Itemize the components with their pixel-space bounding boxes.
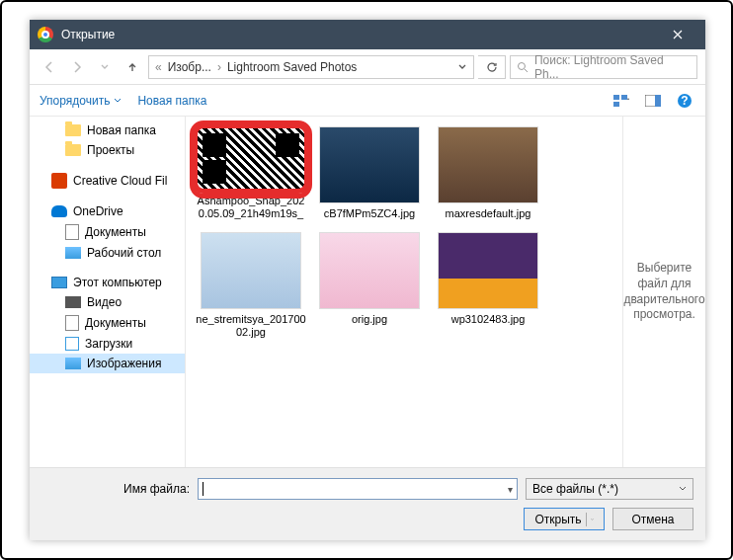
- tree-item-10[interactable]: Изображения: [30, 354, 185, 373]
- forward-button[interactable]: [65, 55, 89, 79]
- tree-item-label: Документы: [85, 316, 146, 330]
- tree-item-label: Creative Cloud Fil: [73, 174, 167, 188]
- search-icon: [517, 61, 529, 73]
- file-name: ne_stremitsya_20170002.jpg: [196, 313, 306, 339]
- tree-item-8[interactable]: Документы: [30, 312, 185, 334]
- refresh-button[interactable]: [478, 55, 506, 79]
- file-item[interactable]: wp3102483.jpg: [433, 232, 543, 339]
- svg-rect-1: [613, 95, 619, 100]
- file-item[interactable]: orig.jpg: [314, 232, 425, 339]
- filename-label: Имя файла:: [41, 482, 190, 496]
- breadcrumb-1[interactable]: Изобр...: [168, 60, 211, 74]
- crumb-root-icon: «: [155, 60, 162, 74]
- search-input[interactable]: Поиск: Lightroom Saved Ph...: [510, 55, 697, 79]
- chevron-down-icon: [100, 62, 110, 72]
- arrow-up-icon: [125, 60, 139, 74]
- chevron-down-icon: [114, 97, 122, 105]
- preview-pane-icon: [645, 95, 661, 107]
- breadcrumb-2[interactable]: Lightroom Saved Photos: [227, 60, 357, 74]
- organize-menu[interactable]: Упорядочить: [40, 94, 122, 108]
- file-thumbnail: [438, 232, 538, 309]
- refresh-icon: [486, 61, 498, 73]
- new-folder-button[interactable]: Новая папка: [137, 94, 206, 108]
- dialog-footer: Имя файла: Все файлы (*.*) Открыть Отмен…: [30, 467, 705, 540]
- chevron-down-icon: [586, 513, 594, 526]
- back-button[interactable]: [38, 55, 61, 79]
- help-button[interactable]: ?: [674, 92, 695, 110]
- folder-icon: [65, 124, 81, 136]
- tree-item-label: Изображения: [87, 357, 161, 370]
- file-thumbnail: [438, 126, 538, 203]
- content-area: Ashampoo_Snap_2020.05.09_21h49m19s_023_.…: [186, 117, 705, 467]
- file-item[interactable]: maxresdefault.jpg: [433, 126, 543, 220]
- up-button[interactable]: [121, 55, 144, 79]
- folder-icon: [65, 144, 81, 156]
- file-name: Ashampoo_Snap_2020.05.09_21h49m19s_023_.…: [196, 195, 306, 221]
- grid-icon: [612, 94, 630, 108]
- titlebar: Открытие: [30, 20, 705, 49]
- dl-icon: [65, 337, 79, 351]
- chevron-down-icon: [679, 485, 687, 493]
- open-file-dialog: Открытие « Изобр... › Lightroom Saved Ph…: [30, 20, 705, 540]
- tree-item-7[interactable]: Видео: [30, 292, 185, 312]
- help-icon: ?: [677, 93, 692, 109]
- tree-item-label: Документы: [85, 225, 146, 239]
- address-dropdown[interactable]: [457, 62, 467, 72]
- chevron-down-icon: [457, 62, 467, 72]
- tree-item-3[interactable]: OneDrive: [30, 201, 185, 221]
- recent-dropdown[interactable]: [93, 55, 117, 79]
- preview-pane: Выберите файл для дварительного просмотр…: [622, 117, 705, 467]
- chevron-right-icon: ›: [217, 60, 221, 74]
- svg-rect-3: [613, 102, 619, 107]
- view-mode-button[interactable]: [611, 92, 632, 110]
- tree-item-label: Проекты: [87, 143, 134, 157]
- filename-input[interactable]: [198, 478, 518, 500]
- file-name: maxresdefault.jpg: [446, 207, 531, 220]
- chrome-icon: [38, 27, 53, 42]
- file-name: cB7fMPm5ZC4.jpg: [324, 207, 415, 220]
- file-item[interactable]: cB7fMPm5ZC4.jpg: [314, 126, 425, 220]
- cc-icon: [51, 173, 67, 189]
- doc-icon: [65, 315, 79, 331]
- tree-item-label: Рабочий стол: [87, 246, 161, 260]
- address-bar[interactable]: « Изобр... › Lightroom Saved Photos: [148, 55, 474, 79]
- tree-item-label: Загрузки: [85, 337, 132, 351]
- tree-item-5[interactable]: Рабочий стол: [30, 243, 185, 263]
- search-placeholder: Поиск: Lightroom Saved Ph...: [534, 53, 691, 81]
- file-thumbnail: [319, 232, 420, 309]
- tree-item-label: OneDrive: [73, 204, 123, 218]
- file-grid[interactable]: Ashampoo_Snap_2020.05.09_21h49m19s_023_.…: [186, 117, 622, 467]
- svg-rect-5: [655, 95, 661, 107]
- arrow-right-icon: [70, 60, 84, 74]
- tree-item-2[interactable]: Creative Cloud Fil: [30, 170, 185, 192]
- file-item[interactable]: Ashampoo_Snap_2020.05.09_21h49m19s_023_.…: [196, 126, 306, 220]
- file-type-filter[interactable]: Все файлы (*.*): [526, 478, 693, 500]
- tree-item-label: Этот компьютер: [73, 276, 162, 289]
- file-item[interactable]: ne_stremitsya_20170002.jpg: [196, 232, 306, 339]
- text-cursor: [203, 482, 204, 496]
- preview-pane-button[interactable]: [642, 92, 664, 110]
- tree-item-4[interactable]: Документы: [30, 221, 185, 243]
- close-button[interactable]: [658, 20, 697, 49]
- file-thumbnail: [196, 126, 306, 191]
- svg-point-0: [518, 62, 525, 69]
- file-thumbnail: [319, 126, 420, 203]
- nav-row: « Изобр... › Lightroom Saved Photos Поис…: [30, 49, 705, 85]
- svg-rect-2: [621, 95, 627, 100]
- open-button[interactable]: Открыть: [524, 508, 605, 530]
- close-icon: [673, 30, 683, 40]
- vid-icon: [65, 296, 81, 308]
- cancel-button[interactable]: Отмена: [612, 508, 693, 530]
- folder-tree[interactable]: Новая папкаПроектыCreative Cloud FilOneD…: [30, 117, 186, 467]
- tree-item-9[interactable]: Загрузки: [30, 334, 185, 354]
- tree-item-label: Видео: [87, 295, 122, 309]
- tree-item-6[interactable]: Этот компьютер: [30, 273, 185, 292]
- tree-item-1[interactable]: Проекты: [30, 140, 185, 160]
- tree-item-0[interactable]: Новая папка: [30, 120, 185, 140]
- pc-icon: [51, 277, 67, 288]
- dialog-body: Новая папкаПроектыCreative Cloud FilOneD…: [30, 117, 705, 467]
- arrow-left-icon: [42, 60, 56, 74]
- doc-icon: [65, 224, 79, 240]
- tree-item-label: Новая папка: [87, 123, 156, 137]
- od-icon: [51, 205, 67, 217]
